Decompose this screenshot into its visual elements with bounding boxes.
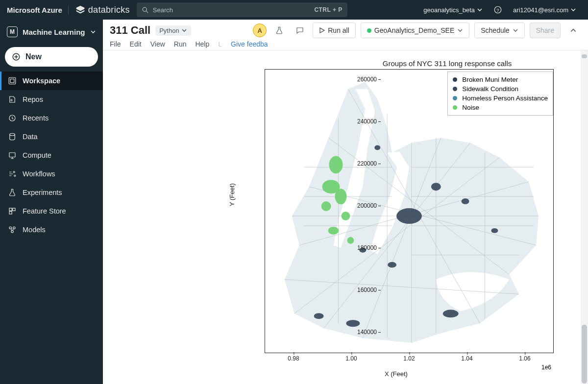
menu-view[interactable]: View bbox=[150, 40, 165, 48]
account-menu[interactable]: ari12041@esri.com bbox=[509, 6, 580, 14]
experiments-button[interactable] bbox=[271, 23, 287, 38]
sidebar-item-experiments[interactable]: Experiments bbox=[0, 183, 103, 202]
sidebar-item-compute[interactable]: Compute bbox=[0, 146, 103, 165]
run-all-button[interactable]: Run all bbox=[313, 23, 356, 38]
sidebar-item-models[interactable]: Models bbox=[0, 220, 103, 239]
chevron-down-icon bbox=[457, 27, 463, 33]
share-button[interactable]: Share bbox=[530, 23, 561, 38]
svg-point-22 bbox=[321, 201, 331, 211]
svg-point-7 bbox=[11, 99, 12, 101]
svg-rect-10 bbox=[9, 153, 15, 157]
x-tick-label: 1.00 bbox=[345, 355, 357, 362]
search-input[interactable]: Search CTRL + P bbox=[137, 2, 347, 17]
sidebar-item-recents[interactable]: Recents bbox=[0, 109, 103, 127]
svg-rect-15 bbox=[9, 212, 12, 214]
svg-rect-14 bbox=[13, 208, 15, 211]
search-placeholder: Search bbox=[153, 6, 173, 14]
sidebar-item-workflows[interactable]: Workflows bbox=[0, 165, 103, 183]
legend-marker bbox=[453, 87, 457, 91]
notebook-header: 311 Call Python A Run all GeoAnalytics_D… bbox=[103, 20, 588, 50]
persona-icon: M bbox=[7, 26, 18, 37]
legend-entry: Homeless Person Assistance bbox=[453, 94, 548, 103]
x-tick-label: 1.04 bbox=[461, 355, 472, 362]
repos-icon bbox=[8, 95, 17, 104]
comments-button[interactable] bbox=[292, 23, 308, 38]
legend-entry: Noise bbox=[453, 103, 548, 112]
sidebar-item-data[interactable]: Data bbox=[0, 127, 103, 146]
comment-icon bbox=[295, 26, 304, 35]
recents-icon bbox=[8, 114, 17, 122]
y-tick-label: 240000 bbox=[347, 118, 377, 125]
beaker-icon bbox=[275, 26, 284, 35]
svg-point-34 bbox=[491, 228, 498, 233]
legend-entry: Broken Muni Meter bbox=[453, 75, 548, 84]
scrollbar-thumb[interactable] bbox=[582, 54, 587, 58]
persona-switcher[interactable]: M Machine Learning bbox=[0, 20, 103, 44]
plot-x-unit: 1e6 bbox=[541, 364, 551, 371]
svg-point-19 bbox=[329, 156, 343, 173]
plus-circle-icon bbox=[12, 52, 21, 61]
svg-point-32 bbox=[346, 320, 360, 327]
menu-file[interactable]: File bbox=[110, 40, 121, 48]
cluster-label: GeoAnalytics_Demo_SEE bbox=[374, 26, 454, 34]
sidebar-item-label: Recents bbox=[23, 114, 49, 122]
y-tick-label: 160000 bbox=[347, 287, 377, 293]
schedule-label: Schedule bbox=[481, 26, 509, 34]
scrollbar-thumb[interactable] bbox=[582, 325, 587, 384]
plot-ylabel: Y (Feet) bbox=[228, 183, 236, 206]
x-tick-label: 0.98 bbox=[288, 355, 299, 362]
data-icon bbox=[8, 132, 17, 141]
language-picker[interactable]: Python bbox=[155, 25, 191, 36]
sidebar-item-featurestore[interactable]: Feature Store bbox=[0, 202, 103, 220]
notebook-title[interactable]: 311 Call bbox=[110, 24, 150, 37]
experiments-icon bbox=[8, 188, 17, 197]
legend-label: Noise bbox=[462, 104, 479, 111]
svg-rect-6 bbox=[10, 79, 14, 83]
sidebar-item-label: Models bbox=[23, 226, 46, 234]
give-feedback-link[interactable]: Give feedba bbox=[231, 40, 268, 48]
presence-avatar[interactable]: A bbox=[253, 24, 267, 37]
sidebar-item-workspace[interactable]: Workspace bbox=[0, 72, 103, 90]
plot-xlabel: X (Feet) bbox=[385, 370, 408, 378]
svg-point-27 bbox=[431, 183, 441, 191]
plot-title: Groups of NYC 311 long response calls bbox=[225, 59, 588, 68]
svg-rect-13 bbox=[9, 208, 12, 211]
help-icon: ? bbox=[493, 5, 502, 14]
menu-help[interactable]: Help bbox=[195, 40, 209, 48]
y-tick-label: 180000 bbox=[347, 244, 377, 251]
workspace-user-label: geoanalytics_beta bbox=[423, 6, 475, 14]
chevron-down-icon bbox=[181, 27, 187, 33]
legend-label: Sidewalk Condition bbox=[462, 85, 518, 93]
azure-brand[interactable]: Microsoft Azure bbox=[5, 6, 69, 14]
sidebar-item-label: Data bbox=[23, 133, 38, 141]
svg-point-11 bbox=[13, 171, 15, 173]
new-button[interactable]: New bbox=[5, 47, 98, 67]
account-email-label: ari12041@esri.com bbox=[513, 6, 568, 14]
svg-point-0 bbox=[143, 7, 147, 11]
databricks-brand[interactable]: databricks bbox=[69, 5, 137, 15]
y-tick-label: 220000 bbox=[347, 160, 377, 167]
svg-rect-5 bbox=[9, 77, 16, 84]
sidebar-item-label: Workflows bbox=[23, 170, 55, 178]
sidebar-item-label: Compute bbox=[23, 151, 51, 159]
y-tick-label: 200000 bbox=[347, 202, 377, 209]
persona-label: Machine Learning bbox=[23, 28, 85, 36]
schedule-button[interactable]: Schedule bbox=[474, 23, 524, 38]
plot-legend: Broken Muni MeterSidewalk ConditionHomel… bbox=[447, 72, 553, 116]
x-tick-label: 1.02 bbox=[403, 355, 415, 362]
svg-point-21 bbox=[335, 189, 347, 204]
collapse-header-button[interactable] bbox=[565, 23, 581, 38]
cluster-status-dot bbox=[367, 28, 371, 33]
sidebar-item-label: Experiments bbox=[23, 189, 62, 196]
y-tick-label: 140000 bbox=[347, 329, 377, 336]
help-button[interactable]: ? bbox=[490, 5, 506, 14]
legend-label: Homeless Person Assistance bbox=[462, 95, 548, 102]
scrollbar-track[interactable] bbox=[581, 50, 588, 384]
menu-run[interactable]: Run bbox=[174, 40, 187, 48]
menu-edit[interactable]: Edit bbox=[130, 40, 142, 48]
svg-point-29 bbox=[388, 262, 396, 268]
sidebar-item-repos[interactable]: Repos bbox=[0, 90, 103, 109]
cluster-picker[interactable]: GeoAnalytics_Demo_SEE bbox=[361, 23, 469, 38]
legend-label: Broken Muni Meter bbox=[462, 76, 518, 83]
workspace-switcher[interactable]: geoanalytics_beta bbox=[419, 6, 487, 14]
